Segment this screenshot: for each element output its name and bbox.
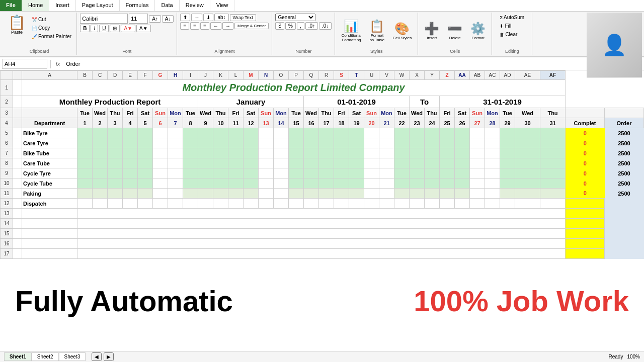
d8-25[interactable] [440, 158, 455, 168]
autosum-button[interactable]: Σ AutoSum [498, 14, 526, 21]
orientation-button[interactable]: ab↕ [214, 14, 228, 21]
d11-17[interactable] [319, 189, 334, 199]
d6-8[interactable] [183, 138, 198, 148]
d8-5[interactable] [138, 158, 153, 168]
col-header-U[interactable]: U [364, 71, 379, 80]
d7-sun4[interactable] [470, 148, 485, 158]
d11-11[interactable] [228, 189, 244, 199]
d11-16[interactable] [304, 189, 319, 199]
d5-sun2[interactable] [259, 128, 274, 138]
order-header[interactable]: Order [605, 118, 644, 128]
d11-3[interactable] [108, 189, 123, 199]
col-header-W[interactable]: W [394, 71, 410, 80]
col-header-A[interactable]: A [22, 71, 77, 80]
tab-data[interactable]: Data [155, 0, 179, 11]
d8-16[interactable] [304, 158, 319, 168]
cell-subtitle-jan[interactable]: January [198, 96, 304, 108]
format-button[interactable]: ⚙️ Format [467, 20, 489, 42]
d7-22[interactable] [394, 148, 410, 158]
format-painter-button[interactable]: 🖌️ Format Painter [30, 33, 73, 40]
d6-4[interactable] [123, 138, 138, 148]
d11-sun1[interactable] [153, 189, 168, 199]
comma-button[interactable]: , [297, 22, 304, 30]
d6-3[interactable] [108, 138, 123, 148]
d7-11[interactable] [228, 148, 244, 158]
d7-mon2[interactable] [274, 148, 289, 158]
tab-insert[interactable]: Insert [49, 0, 76, 11]
font-shrink-button[interactable]: A↓ [162, 15, 174, 23]
indent-increase-button[interactable]: → [222, 22, 233, 30]
cell-subtitle-date1[interactable]: 01-01-2019 [304, 96, 410, 108]
d9-22[interactable] [394, 168, 410, 178]
d9-18[interactable] [334, 168, 349, 178]
d8-3[interactable] [108, 158, 123, 168]
d10-2[interactable] [93, 178, 108, 189]
d5-25[interactable] [440, 128, 455, 138]
d6-sun3[interactable] [364, 138, 379, 148]
d10-mon1[interactable] [168, 178, 183, 189]
d11-31[interactable] [540, 189, 566, 199]
d9-12[interactable] [244, 168, 259, 178]
d16-dept[interactable] [22, 239, 77, 249]
col-header-H[interactable]: H [168, 71, 183, 80]
d10-17[interactable] [319, 178, 334, 189]
d8-sun4[interactable] [470, 158, 485, 168]
d10-31[interactable] [540, 178, 566, 189]
d5-30[interactable] [515, 128, 540, 138]
d5-mon2[interactable] [274, 128, 289, 138]
d10-mon4[interactable] [485, 178, 500, 189]
d11-5[interactable] [138, 189, 153, 199]
d5-23[interactable] [410, 128, 425, 138]
percent-button[interactable]: % [285, 22, 296, 30]
d10-sun1[interactable] [153, 178, 168, 189]
d9-10[interactable] [213, 168, 228, 178]
d7-8[interactable] [183, 148, 198, 158]
col-header-AD[interactable]: AD [500, 71, 515, 80]
d6-18[interactable] [334, 138, 349, 148]
d8-mon3[interactable] [379, 158, 394, 168]
d9-17[interactable] [319, 168, 334, 178]
d13-order[interactable] [605, 209, 644, 219]
d9-3[interactable] [108, 168, 123, 178]
sheet-tab-3[interactable]: Sheet3 [59, 352, 86, 361]
d9-4[interactable] [123, 168, 138, 178]
align-bottom-button[interactable]: ⬇ [203, 14, 213, 21]
cell-subtitle-part1[interactable]: Monthley Production Report [22, 96, 198, 108]
tab-file[interactable]: File [0, 0, 22, 11]
d8-26[interactable] [455, 158, 470, 168]
col-header-D[interactable]: D [108, 71, 123, 80]
d9-complete[interactable]: 0 [566, 168, 605, 178]
d10-mon2[interactable] [274, 178, 289, 189]
d6-10[interactable] [213, 138, 228, 148]
d9-15[interactable] [289, 168, 304, 178]
d10-18[interactable] [334, 178, 349, 189]
d10-5[interactable] [138, 178, 153, 189]
d10-15[interactable] [289, 178, 304, 189]
delete-button[interactable]: ➖ Delete [444, 20, 465, 42]
d12-16[interactable] [304, 199, 319, 209]
d8-order[interactable]: 2500 [605, 158, 644, 168]
d10-19[interactable] [349, 178, 364, 189]
d12-17[interactable] [319, 199, 334, 209]
d10-9[interactable] [198, 178, 213, 189]
d12-sun3[interactable] [364, 199, 379, 209]
d5-mon3[interactable] [379, 128, 394, 138]
d12-25[interactable] [440, 199, 455, 209]
d9-sun1[interactable] [153, 168, 168, 178]
d5-complete[interactable]: 0 [566, 128, 605, 138]
d15-dept[interactable] [22, 229, 77, 239]
d13-dept[interactable] [22, 209, 77, 219]
d12-23[interactable] [410, 199, 425, 209]
tab-review[interactable]: Review [180, 0, 210, 11]
insert-button[interactable]: ➕ Insert [421, 20, 442, 42]
number-format-select[interactable]: General [275, 14, 315, 21]
d5-15[interactable] [289, 128, 304, 138]
decimal-increase-button[interactable]: .0↑ [305, 22, 318, 30]
d5-2[interactable] [93, 128, 108, 138]
border-button[interactable]: ⊞ [110, 25, 120, 32]
d11-18[interactable] [334, 189, 349, 199]
d5-mon1[interactable] [168, 128, 183, 138]
col-header-L[interactable]: L [228, 71, 244, 80]
d11-15[interactable] [289, 189, 304, 199]
paste-button[interactable]: 📋 Paste [5, 14, 29, 37]
